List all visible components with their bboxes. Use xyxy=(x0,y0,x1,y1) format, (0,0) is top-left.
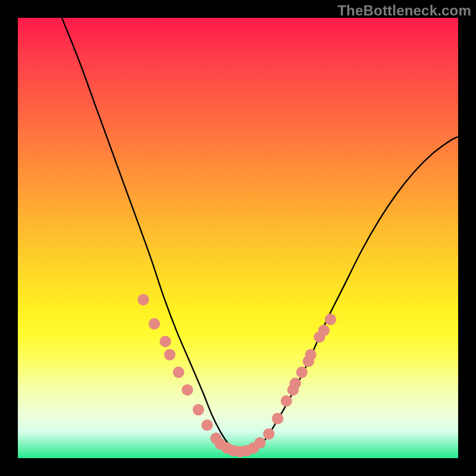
data-point xyxy=(305,349,316,360)
data-point xyxy=(281,395,292,406)
bottleneck-curve xyxy=(62,18,458,455)
data-point xyxy=(159,336,171,347)
chart-frame: TheBottleneck.com xyxy=(0,0,476,476)
data-point xyxy=(318,325,330,336)
data-point xyxy=(149,318,160,330)
data-point xyxy=(202,419,213,431)
watermark-text: TheBottleneck.com xyxy=(337,2,471,19)
data-point xyxy=(290,378,301,389)
data-point xyxy=(254,437,265,448)
data-point xyxy=(296,367,308,378)
data-point xyxy=(272,413,283,424)
data-point xyxy=(137,294,149,305)
chart-svg xyxy=(18,18,458,458)
data-point xyxy=(325,314,336,325)
data-point xyxy=(173,367,184,378)
plot-area xyxy=(18,18,458,458)
data-point xyxy=(164,349,176,360)
data-point xyxy=(181,384,193,396)
data-point xyxy=(193,404,204,415)
marker-group xyxy=(137,294,336,458)
data-point xyxy=(263,428,274,440)
